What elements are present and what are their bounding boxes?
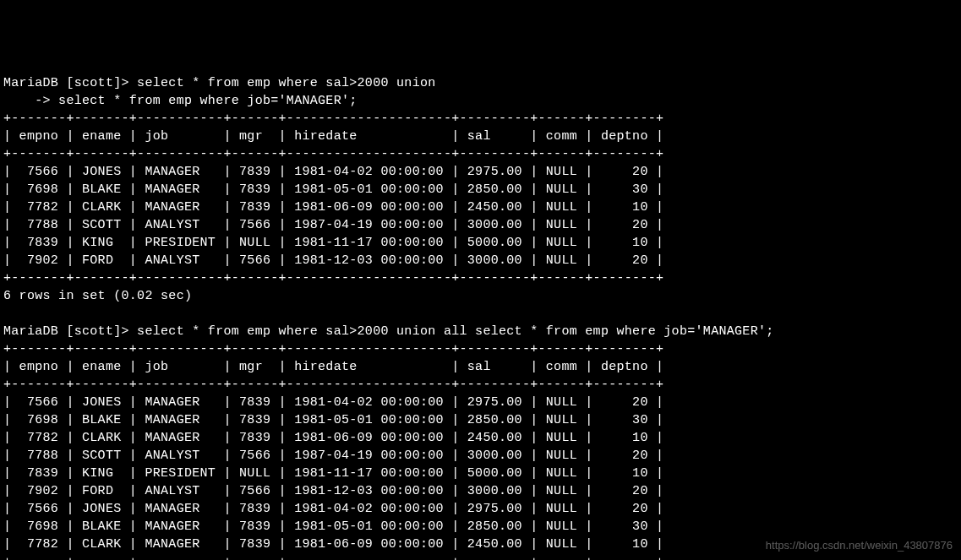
table-row: | 7566 | JONES | MANAGER | 7839 | 1981-0… (3, 502, 663, 516)
table-row: | 7698 | BLAKE | MANAGER | 7839 | 1981-0… (3, 413, 663, 427)
table-row: | 7782 | CLARK | MANAGER | 7839 | 1981-0… (3, 537, 663, 552)
table-separator: +-------+-------+-----------+------+----… (3, 111, 663, 126)
table-row: | 7698 | BLAKE | MANAGER | 7839 | 1981-0… (3, 182, 663, 197)
table-row: | 7902 | FORD | ANALYST | 7566 | 1981-12… (3, 253, 663, 268)
terminal-output[interactable]: MariaDB [scott]> select * from emp where… (3, 74, 961, 560)
result-footer: 6 rows in set (0.02 sec) (3, 289, 192, 303)
table-row: | 7788 | SCOTT | ANALYST | 7566 | 1987-0… (3, 449, 663, 463)
table-row: | 7782 | CLARK | MANAGER | 7839 | 1981-0… (3, 200, 663, 215)
sql-prompt-line: MariaDB [scott]> select * from emp where… (3, 76, 436, 90)
table-separator: +-------+-------+-----------+------+----… (3, 271, 663, 285)
sql-prompt-line: MariaDB [scott]> select * from emp where… (3, 324, 774, 339)
table-row: | 7788 | SCOTT | ANALYST | 7566 | 1987-0… (3, 218, 663, 232)
table-row: | 7839 | KING | PRESIDENT | NULL | 1981-… (3, 236, 663, 250)
table-separator: +-------+-------+-----------+------+----… (3, 342, 663, 356)
table-row: | 7782 | CLARK | MANAGER | 7839 | 1981-0… (3, 431, 663, 445)
table-row: | 7566 | JONES | MANAGER | 7839 | 1981-0… (3, 165, 663, 179)
table-row: | 7839 | KING | PRESIDENT | NULL | 1981-… (3, 466, 663, 481)
table-row: | 7698 | BLAKE | MANAGER | 7839 | 1981-0… (3, 519, 663, 534)
table-separator: +-------+-------+-----------+------+----… (3, 555, 663, 560)
sql-prompt-continuation: -> select * from emp where job='MANAGER'… (3, 94, 358, 108)
table-row: | 7902 | FORD | ANALYST | 7566 | 1981-12… (3, 484, 663, 498)
table-separator: +-------+-------+-----------+------+----… (3, 378, 663, 392)
table-header: | empno | ename | job | mgr | hiredate |… (3, 360, 663, 374)
watermark-text: https://blog.csdn.net/weixin_43807876 (766, 538, 953, 553)
table-header: | empno | ename | job | mgr | hiredate |… (3, 129, 663, 144)
table-separator: +-------+-------+-----------+------+----… (3, 147, 663, 161)
table-row: | 7566 | JONES | MANAGER | 7839 | 1981-0… (3, 395, 663, 410)
